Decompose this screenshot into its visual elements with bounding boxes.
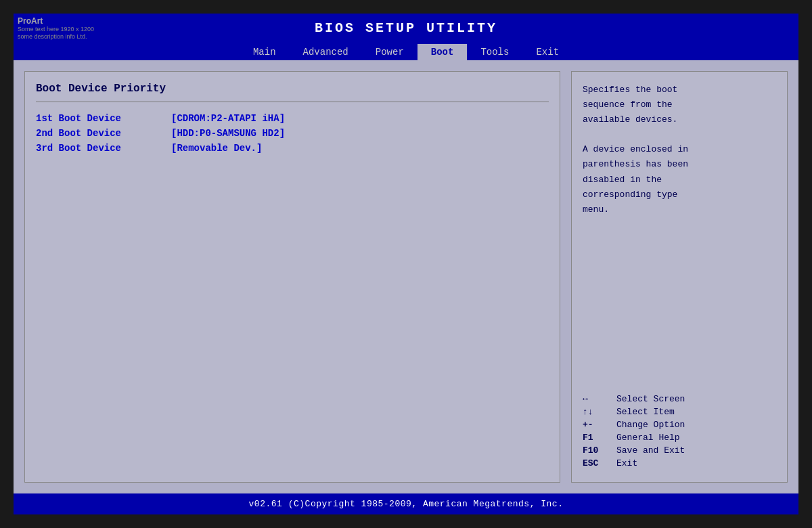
help-line-2: available devices. (583, 114, 677, 125)
help-line-0: Specifies the boot (583, 85, 677, 95)
boot-value-3: [Removable Dev.] (171, 143, 262, 154)
bios-title-bar: BIOS SETUP UTILITY (14, 14, 798, 43)
boot-label-2: 2nd Boot Device (36, 128, 171, 139)
help-line-4: A device enclosed in (583, 144, 688, 154)
desc-change-option: Change Option (616, 420, 685, 430)
tab-power[interactable]: Power (362, 44, 418, 60)
help-line-7: corresponding type (583, 190, 677, 200)
boot-value-1: [CDROM:P2-ATAPI iHA] (171, 113, 285, 124)
shortcut-exit: ESC Exit (583, 458, 776, 468)
boot-label-1: 1st Boot Device (36, 113, 171, 124)
tab-boot[interactable]: Boot (418, 44, 468, 60)
watermark-brand: ProArt (18, 16, 94, 26)
tab-main[interactable]: Main (240, 44, 290, 60)
desc-select-item: Select Item (616, 407, 675, 417)
desc-save-exit: Save and Exit (616, 445, 685, 456)
section-divider (36, 102, 549, 102)
help-line-8: menu. (583, 204, 609, 215)
watermark: ProArt Some text here 1920 x 1200 some d… (18, 16, 94, 41)
boot-label-3: 3rd Boot Device (36, 143, 171, 154)
key-f1: F1 (583, 433, 616, 443)
key-arrows-lr: ↔ (583, 394, 616, 404)
boot-item-1[interactable]: 1st Boot Device [CDROM:P2-ATAPI iHA] (36, 113, 549, 124)
watermark-detail2: some description info Ltd. (18, 33, 94, 41)
watermark-detail1: Some text here 1920 x 1200 (18, 26, 94, 33)
shortcut-save-exit: F10 Save and Exit (583, 445, 776, 456)
keyboard-shortcuts: ↔ Select Screen ↑↓ Select Item +- Change… (583, 394, 776, 471)
desc-general-help: General Help (616, 433, 680, 443)
status-bar: v02.61 (C)Copyright 1985-2009, American … (14, 493, 798, 514)
tab-advanced[interactable]: Advanced (290, 44, 362, 60)
boot-item-3[interactable]: 3rd Boot Device [Removable Dev.] (36, 143, 549, 154)
left-panel: Boot Device Priority 1st Boot Device [CD… (24, 71, 560, 483)
key-f10: F10 (583, 445, 616, 456)
key-esc: ESC (583, 458, 616, 468)
section-title: Boot Device Priority (36, 83, 549, 95)
help-line-5: parenthesis has been (583, 159, 688, 169)
key-arrows-ud: ↑↓ (583, 407, 616, 417)
shortcut-change-option: +- Change Option (583, 420, 776, 430)
help-line-1: sequence from the (583, 100, 673, 110)
key-plus-minus: +- (583, 420, 616, 430)
help-text-block: Specifies the boot sequence from the ava… (583, 83, 776, 217)
boot-value-2: [HDD:P0-SAMSUNG HD2] (171, 128, 285, 139)
shortcut-select-item: ↑↓ Select Item (583, 407, 776, 417)
desc-select-screen: Select Screen (616, 394, 685, 404)
main-content: Boot Device Priority 1st Boot Device [CD… (14, 60, 798, 493)
tab-tools[interactable]: Tools (467, 44, 522, 60)
shortcut-select-screen: ↔ Select Screen (583, 394, 776, 404)
help-line-6: disabled in the (583, 175, 662, 185)
bios-screen: ProArt Some text here 1920 x 1200 some d… (14, 14, 798, 514)
status-text: v02.61 (C)Copyright 1985-2009, American … (249, 499, 564, 509)
boot-item-2[interactable]: 2nd Boot Device [HDD:P0-SAMSUNG HD2] (36, 128, 549, 139)
bios-title-text: BIOS SETUP UTILITY (315, 20, 497, 36)
shortcut-general-help: F1 General Help (583, 433, 776, 443)
tab-bar: Main Advanced Power Boot Tools Exit (14, 43, 798, 60)
right-panel: Specifies the boot sequence from the ava… (571, 71, 788, 483)
desc-exit: Exit (616, 458, 637, 468)
tab-exit[interactable]: Exit (522, 44, 572, 60)
